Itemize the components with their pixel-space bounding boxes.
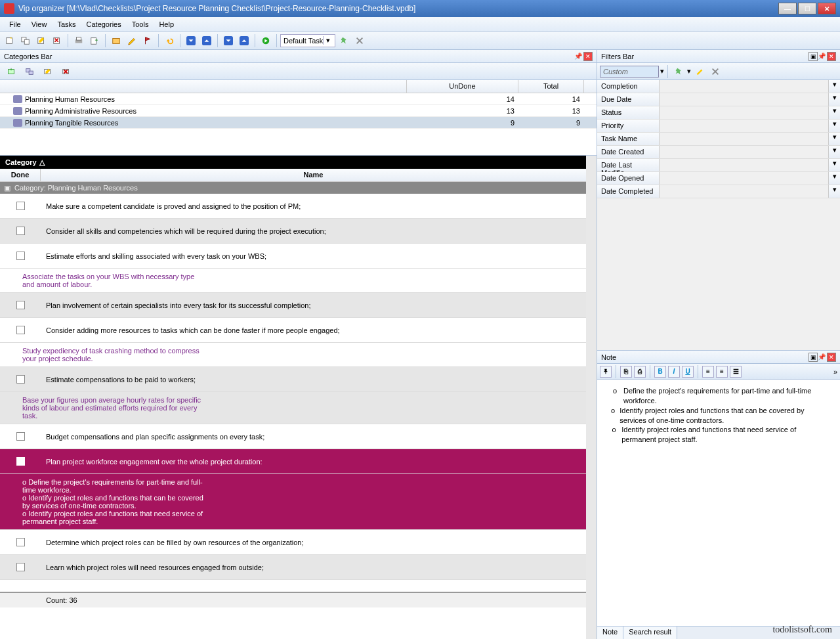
edit-task-icon[interactable] — [34, 33, 49, 48]
done-checkbox[interactable] — [16, 326, 25, 334]
tab-search-result[interactable]: Search result — [623, 627, 677, 639]
bullets-icon[interactable]: ☰ — [730, 366, 742, 378]
note-print-icon[interactable]: ⎙ — [634, 366, 646, 378]
chevron-down-icon[interactable]: ▾ — [828, 120, 840, 132]
chevron-down-icon[interactable]: ▾ — [828, 185, 840, 198]
chevron-down-icon[interactable]: ▾ — [828, 93, 840, 106]
filter-row[interactable]: Priority▾ — [597, 120, 840, 133]
panel-restore-icon[interactable]: ▣ — [808, 353, 818, 362]
tab-note[interactable]: Note — [597, 627, 623, 639]
note-editor[interactable]: oDefine the project's requirements for p… — [597, 380, 840, 626]
done-checkbox[interactable] — [16, 202, 25, 210]
more-icon[interactable]: » — [833, 368, 837, 376]
export-icon[interactable] — [87, 33, 102, 48]
task-row[interactable]: Consider adding more resources to tasks … — [0, 318, 586, 343]
filter-value[interactable] — [660, 120, 828, 132]
panel-restore-icon[interactable]: ▣ — [808, 52, 818, 61]
done-checkbox[interactable] — [16, 252, 25, 260]
done-checkbox[interactable] — [16, 375, 25, 384]
menu-tools[interactable]: Tools — [127, 18, 154, 30]
bold-icon[interactable]: B — [654, 366, 666, 378]
arrow-up-blue-icon[interactable] — [200, 33, 214, 48]
col-name[interactable]: Name — [41, 169, 586, 181]
panel-close-icon[interactable]: ✕ — [827, 353, 836, 362]
filter-value[interactable] — [660, 93, 828, 106]
task-row[interactable]: Estimate compensations to be paid to wor… — [0, 367, 586, 392]
filter-row[interactable]: Date Completed▾ — [597, 185, 840, 198]
filter-row[interactable]: Date Opened▾ — [597, 172, 840, 185]
menu-help[interactable]: Help — [154, 18, 179, 30]
done-checkbox[interactable] — [16, 457, 25, 466]
flag-icon[interactable] — [140, 33, 155, 48]
sort-header[interactable]: Category △ — [0, 156, 586, 169]
menu-file[interactable]: File — [4, 18, 26, 30]
chevron-down-icon[interactable]: ▾ — [828, 172, 840, 185]
note-copy-icon[interactable]: ⎘ — [620, 366, 632, 378]
collapse-icon[interactable]: ▣ — [4, 184, 10, 192]
col-total[interactable]: Total — [518, 80, 584, 93]
filter-value[interactable] — [660, 80, 828, 93]
chevron-down-icon[interactable]: ▾ — [828, 133, 840, 145]
arrow-down-blue-icon[interactable] — [184, 33, 198, 48]
pin-icon[interactable]: 📌 — [818, 353, 826, 361]
run-icon[interactable] — [259, 33, 273, 48]
underline-icon[interactable]: U — [682, 366, 694, 378]
chevron-down-icon[interactable]: ▾ — [828, 159, 840, 171]
done-checkbox[interactable] — [16, 432, 25, 441]
cat-edit-icon[interactable] — [41, 64, 55, 79]
delete-task-icon[interactable] — [50, 33, 64, 48]
task-row[interactable]: Make sure a competent candidate is prove… — [0, 194, 586, 219]
done-checkbox[interactable] — [16, 301, 25, 309]
close-button[interactable]: ✕ — [818, 3, 836, 14]
filter-row[interactable]: Task Name▾ — [597, 133, 840, 146]
print-icon[interactable] — [72, 33, 86, 48]
new-task-icon[interactable] — [3, 33, 17, 48]
filter-value[interactable] — [660, 159, 828, 171]
pin-filter-icon[interactable] — [337, 33, 351, 48]
filter-row[interactable]: Completion▾ — [597, 80, 840, 93]
italic-icon[interactable]: I — [668, 366, 680, 378]
menu-view[interactable]: View — [26, 18, 52, 30]
undo-icon[interactable] — [162, 33, 177, 48]
done-checkbox[interactable] — [16, 563, 25, 571]
category-row[interactable]: Planning Human Resources1414 — [0, 93, 597, 105]
edit-filter-icon[interactable] — [692, 64, 707, 79]
minimize-button[interactable]: — — [778, 3, 797, 14]
filter-row[interactable]: Status▾ — [597, 106, 840, 120]
filter-row[interactable]: Due Date▾ — [597, 93, 840, 106]
filter-value[interactable] — [660, 172, 828, 185]
task-row[interactable]: Estimate efforts and skilling associated… — [0, 244, 586, 269]
task-row[interactable]: Learn which project roles will need reso… — [0, 555, 586, 580]
chevron-down-icon[interactable]: ▾ — [828, 80, 840, 93]
panel-close-icon[interactable]: ✕ — [583, 52, 593, 61]
category-icon[interactable] — [109, 33, 123, 48]
filter-row[interactable]: Date Created▾ — [597, 146, 840, 159]
indent-icon[interactable]: ≡ — [716, 366, 728, 378]
chevron-down-icon[interactable]: ▾ — [660, 67, 664, 76]
chevron-down-icon[interactable]: ▾ — [828, 146, 840, 158]
default-task-combo[interactable]: Default Task ▾ — [280, 34, 335, 47]
maximize-button[interactable]: ☐ — [798, 3, 816, 14]
filter-value[interactable] — [660, 133, 828, 145]
menu-categories[interactable]: Categories — [81, 18, 127, 30]
menu-tasks[interactable]: Tasks — [52, 18, 81, 30]
filter-value[interactable] — [660, 106, 828, 119]
group-header[interactable]: ▣ Category: Planning Human Resources — [0, 182, 586, 194]
task-row[interactable]: Plan involvement of certain specialists … — [0, 293, 586, 318]
filter-row[interactable]: Date Last Modifie▾ — [597, 159, 840, 172]
pencil-icon[interactable] — [125, 33, 139, 48]
col-undone[interactable]: UnDone — [407, 80, 518, 93]
task-row[interactable]: Budget compensations and plan specific a… — [0, 424, 586, 449]
task-row[interactable]: Consider all skills and competencies whi… — [0, 219, 586, 244]
arrow-up-alt-icon[interactable] — [237, 33, 251, 48]
outdent-icon[interactable]: ≡ — [702, 366, 714, 378]
done-checkbox[interactable] — [16, 227, 25, 235]
chevron-down-icon[interactable]: ▾ — [323, 36, 332, 45]
pin-icon[interactable]: 📌 — [818, 53, 826, 60]
panel-close-icon[interactable]: ✕ — [827, 52, 836, 61]
task-row[interactable]: Determine which project roles can be fil… — [0, 530, 586, 555]
chevron-down-icon[interactable]: ▾ — [828, 106, 840, 119]
pin-icon[interactable]: 📌 — [574, 53, 582, 60]
save-filter-icon[interactable] — [671, 64, 686, 79]
done-checkbox[interactable] — [16, 538, 25, 546]
